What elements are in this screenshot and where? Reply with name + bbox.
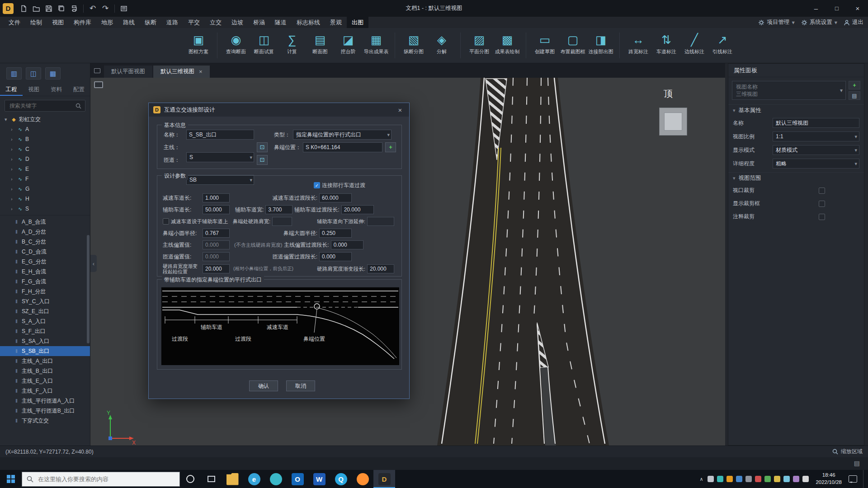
connection-item[interactable]: 主线_B_出口 xyxy=(0,366,90,376)
tree-node[interactable]: G xyxy=(0,184,90,194)
ribbon-item[interactable]: ▦ 导出成果表 xyxy=(362,28,390,55)
tray-icon[interactable] xyxy=(726,476,733,482)
sidebar-collapse-handle[interactable] xyxy=(90,255,97,272)
ramp-offset-input[interactable]: 0.000 xyxy=(203,252,230,261)
collapse-icon[interactable] xyxy=(5,117,9,122)
notes-panel-icon[interactable] xyxy=(854,460,860,467)
save-icon[interactable] xyxy=(42,3,55,14)
decel-lane-length-input[interactable]: 1.000 xyxy=(203,193,230,202)
ribbon-item[interactable]: ◨ 连接部出图 xyxy=(587,28,615,55)
detail-level-select[interactable]: 粗略 xyxy=(773,159,859,169)
tray-icon[interactable] xyxy=(736,476,742,482)
menu-tab[interactable]: 标志标线 xyxy=(292,17,325,28)
cancel-button[interactable]: 取消 xyxy=(286,380,315,391)
tray-icon[interactable] xyxy=(793,476,799,482)
tree-node[interactable]: D xyxy=(0,154,90,164)
zoom-region-button[interactable]: 缩放区域 xyxy=(841,448,863,455)
ribbon-item[interactable]: ∑ 计算 xyxy=(278,28,306,55)
menu-tab[interactable]: 道路 xyxy=(161,17,183,28)
plot-icon[interactable] xyxy=(118,3,130,14)
tree-node[interactable]: A xyxy=(0,124,90,134)
tray-icon[interactable] xyxy=(783,476,790,482)
tray-icon[interactable] xyxy=(708,476,714,482)
redo-icon[interactable] xyxy=(99,3,112,14)
qq-browser-icon[interactable]: Q xyxy=(330,470,352,488)
pick-ramp-button[interactable] xyxy=(257,155,268,165)
view-list-icon[interactable] xyxy=(90,63,104,78)
tray-icon[interactable] xyxy=(717,476,723,482)
menu-tab[interactable]: 视图 xyxy=(47,17,69,28)
connection-item[interactable]: E_G_分岔 xyxy=(0,257,90,267)
system-settings-menu[interactable]: 系统设置 xyxy=(801,19,837,26)
sidebar-tab[interactable]: 配置 xyxy=(67,83,90,96)
ribbon-item[interactable]: ▩ 成果表绘制 xyxy=(493,28,521,55)
menu-tab[interactable]: 景观 xyxy=(325,17,347,28)
confirm-button[interactable]: 确认 xyxy=(249,380,278,391)
cad-app-icon[interactable]: D xyxy=(373,470,395,488)
ribbon-item[interactable]: ▭ 创建草图 xyxy=(531,28,559,55)
view-scale-select[interactable]: 1:1 xyxy=(773,131,859,141)
ribbon-item[interactable]: ◈ 分解 xyxy=(428,28,456,55)
undo-icon[interactable] xyxy=(86,3,99,14)
tab-3d-view[interactable]: 默认三维视图 xyxy=(153,66,210,78)
connection-item[interactable]: A_D_分岔 xyxy=(0,227,90,237)
expand-icon[interactable] xyxy=(11,136,15,142)
decel-transition-length-input[interactable]: 60.000 xyxy=(319,193,352,202)
expand-icon[interactable] xyxy=(11,146,15,152)
taskbar-search-input[interactable] xyxy=(37,475,175,483)
connection-item[interactable]: SZ_E_出口 xyxy=(0,306,90,316)
annotation-crop-checkbox[interactable] xyxy=(819,214,825,220)
connection-item[interactable]: 主线_F_入口 xyxy=(0,386,90,396)
section-view-range[interactable]: 视图范围 xyxy=(728,172,864,184)
close-tab-icon[interactable] xyxy=(199,68,203,75)
close-button[interactable] xyxy=(847,0,868,17)
section-basic-properties[interactable]: 基本属性 xyxy=(728,104,864,116)
aux-lane-width-input[interactable]: 3.700 xyxy=(265,205,292,214)
pick-nose-position-button[interactable] xyxy=(385,142,396,152)
expand-icon[interactable] xyxy=(11,156,15,162)
tree-node[interactable]: B xyxy=(0,134,90,144)
expand-icon[interactable] xyxy=(11,176,15,182)
connection-item[interactable]: S_A_入口 xyxy=(0,316,90,326)
print-icon[interactable] xyxy=(68,3,80,14)
nose-big-radius-input[interactable]: 0.250 xyxy=(319,229,352,238)
word-icon[interactable]: W xyxy=(308,470,330,488)
tray-icon[interactable] xyxy=(774,476,780,482)
tray-icon[interactable] xyxy=(745,476,752,482)
expand-icon[interactable] xyxy=(11,196,15,202)
outlook-icon[interactable]: O xyxy=(287,470,308,488)
ribbon-item[interactable]: ▢ 布置裁图框 xyxy=(559,28,587,55)
connection-item[interactable]: E_H_合流 xyxy=(0,267,90,277)
aux-lane-length-input[interactable]: 50.000 xyxy=(203,205,230,214)
ribbon-item[interactable]: ◉ 查询断面 xyxy=(222,28,250,55)
task-view-button[interactable] xyxy=(201,470,222,488)
cortana-button[interactable] xyxy=(180,470,201,488)
tab-plan-view[interactable]: 默认平面视图 xyxy=(104,66,152,78)
ribbon-item[interactable]: ↔ 路宽标注 xyxy=(624,28,652,55)
tray-expand-icon[interactable] xyxy=(699,476,703,482)
expand-icon[interactable] xyxy=(11,206,15,211)
connection-item[interactable]: B_C_分岔 xyxy=(0,237,90,247)
show-desktop-button[interactable] xyxy=(863,470,865,488)
expand-icon[interactable] xyxy=(11,166,15,172)
mainline-offset-transition-input[interactable]: 0.000 xyxy=(331,240,363,249)
tree-node[interactable]: C xyxy=(0,144,90,154)
open-folder-icon[interactable] xyxy=(30,3,42,14)
file-explorer-icon[interactable] xyxy=(222,470,243,488)
shoulder-taper-length-input[interactable]: 20.000 xyxy=(367,264,394,273)
shoulder-taper-start-input[interactable]: 20.000 xyxy=(203,264,230,273)
name-input[interactable]: S_SB_出口 xyxy=(186,130,254,140)
tree-node[interactable]: S xyxy=(0,204,90,214)
connection-item[interactable]: 主线_A_出口 xyxy=(0,356,90,366)
panel-layout-icon[interactable]: ▥ xyxy=(6,67,22,80)
taskbar-search[interactable] xyxy=(22,472,180,487)
tree-node[interactable]: F xyxy=(0,174,90,184)
expand-icon[interactable] xyxy=(11,186,15,192)
display-mode-select[interactable]: 材质模式 xyxy=(773,145,859,155)
connection-item[interactable]: C_D_合流 xyxy=(0,247,90,257)
taskbar-clock[interactable]: 18:46 2022/10/28 xyxy=(816,472,842,486)
connection-item[interactable]: 主线_E_入口 xyxy=(0,376,90,386)
mainline-select[interactable]: S xyxy=(186,152,254,162)
navigation-cube[interactable] xyxy=(659,108,687,136)
crop-frame-checkbox[interactable] xyxy=(819,201,825,207)
